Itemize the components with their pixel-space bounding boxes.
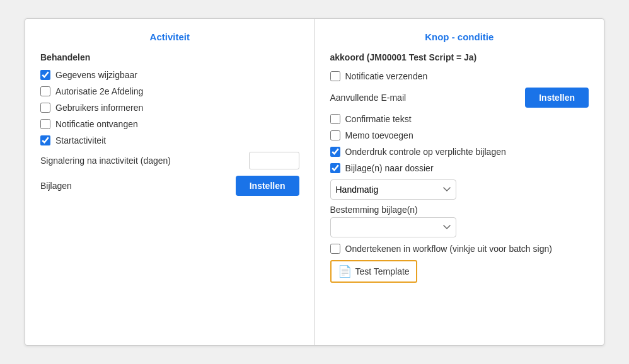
checkbox-row-startactiviteit: Startactiviteit [40, 135, 299, 145]
checkbox-gebruikers[interactable] [40, 103, 50, 113]
checkbox-gegevens-label[interactable]: Gegevens wijzigbaar [55, 70, 137, 80]
right-column-header: Knop - conditie [330, 31, 589, 42]
checkbox-autorisatie-label[interactable]: Autorisatie 2e Afdeling [55, 86, 143, 96]
left-column-header: Activiteit [40, 31, 299, 42]
bestemming-label: Bestemming bijlage(n) [330, 205, 589, 215]
checkbox-onderdruk[interactable] [330, 147, 340, 157]
checkbox-gegevens[interactable] [40, 70, 50, 80]
checkbox-row-confirmatie: Confirmatie tekst [330, 114, 589, 124]
checkbox-row-notificatie-verzenden: Notificatie verzenden [330, 71, 589, 81]
checkbox-row-bijlage-dossier: Bijlage(n) naar dossier [330, 163, 589, 173]
checkbox-bijlage-dossier[interactable] [330, 163, 340, 173]
knop-conditie-title: akkoord (JM00001 Test Script = Ja) [330, 52, 589, 62]
checkbox-memo-label[interactable]: Memo toevoegen [345, 130, 413, 140]
checkbox-row-autorisatie: Autorisatie 2e Afdeling [40, 86, 299, 96]
checkbox-row-notificatie: Notificatie ontvangen [40, 119, 299, 129]
checkbox-memo[interactable] [330, 130, 340, 140]
checkbox-confirmatie[interactable] [330, 114, 340, 124]
bijlagen-label: Bijlagen [40, 181, 72, 191]
checkbox-notificatie-verzenden-label[interactable]: Notificatie verzenden [345, 71, 428, 81]
checkbox-row-memo: Memo toevoegen [330, 130, 589, 140]
aanvullende-email-row: Aanvullende E-mail Instellen [330, 88, 589, 108]
test-template-button[interactable]: 📄 Test Template [330, 260, 417, 283]
checkbox-notificatie[interactable] [40, 119, 50, 129]
test-template-icon: 📄 [338, 264, 352, 278]
checkbox-notificatie-verzenden[interactable] [330, 71, 340, 81]
bestemming-dropdown[interactable] [330, 217, 456, 237]
main-container: Activiteit Behandelen Gegevens wijzigbaa… [25, 18, 604, 346]
checkbox-notificatie-label[interactable]: Notificatie ontvangen [55, 119, 138, 129]
checkbox-onderdruk-label[interactable]: Onderdruk controle op verplichte bijlage… [345, 147, 506, 157]
checkbox-row-gegevens: Gegevens wijzigbaar [40, 70, 299, 80]
bijlagen-row: Bijlagen Instellen [40, 176, 299, 196]
bijlagen-instellen-button[interactable]: Instellen [236, 176, 299, 196]
signalering-row: Signalering na inactiviteit (dagen) [40, 152, 299, 169]
checkbox-row-onderdruk: Onderdruk controle op verplichte bijlage… [330, 147, 589, 157]
email-instellen-button[interactable]: Instellen [525, 88, 589, 108]
checkbox-confirmatie-label[interactable]: Confirmatie tekst [345, 114, 412, 124]
checkbox-startactiviteit[interactable] [40, 135, 50, 145]
checkbox-row-ondertekenen: Ondertekenen in workflow (vinkje uit voo… [330, 244, 589, 254]
checkbox-autorisatie[interactable] [40, 86, 50, 96]
left-section-title: Behandelen [40, 52, 299, 62]
checkbox-startactiviteit-label[interactable]: Startactiviteit [55, 135, 106, 145]
aanvullende-email-label: Aanvullende E-mail [330, 93, 407, 103]
bestemming-dropdown-row: Bestemming bijlage(n) [330, 205, 589, 237]
checkbox-gebruikers-label[interactable]: Gebruikers informeren [55, 103, 143, 113]
handmatig-dropdown-row: Handmatig Automatisch [330, 179, 589, 200]
checkbox-bijlage-dossier-label[interactable]: Bijlage(n) naar dossier [345, 163, 434, 173]
signalering-input[interactable] [249, 152, 299, 169]
test-template-label: Test Template [355, 266, 410, 276]
right-column: Knop - conditie akkoord (JM00001 Test Sc… [315, 19, 604, 345]
checkbox-ondertekenen[interactable] [330, 244, 340, 254]
checkbox-row-gebruikers: Gebruikers informeren [40, 103, 299, 113]
signalering-label: Signalering na inactiviteit (dagen) [40, 155, 244, 166]
left-column: Activiteit Behandelen Gegevens wijzigbaa… [25, 19, 315, 345]
checkbox-ondertekenen-label[interactable]: Ondertekenen in workflow (vinkje uit voo… [345, 244, 552, 254]
handmatig-dropdown[interactable]: Handmatig Automatisch [330, 179, 456, 200]
